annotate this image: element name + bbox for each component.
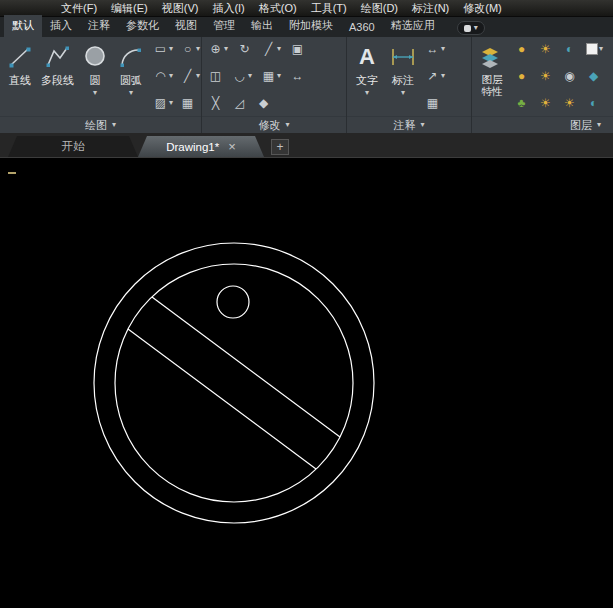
dimension-tool-label: 标注 xyxy=(392,73,414,88)
hatch-tool-button[interactable]: ▨ ▾ xyxy=(153,96,173,110)
rectangle-tool-button[interactable]: ▭ ▾ xyxy=(153,42,173,56)
layer-walk-button[interactable]: ♣ xyxy=(514,96,529,110)
menu-file[interactable]: 文件(F) xyxy=(54,1,104,16)
dimension-icon xyxy=(388,42,418,72)
table-tool-button[interactable]: ▦ xyxy=(425,96,440,110)
draw-panel-label-text: 绘图 xyxy=(85,118,107,133)
layer-freeze-button[interactable]: ☀ xyxy=(538,42,553,56)
menu-format[interactable]: 格式(O) xyxy=(252,1,304,16)
diagonal-bar-lower-edge xyxy=(128,329,316,469)
layer-lock-button[interactable]: ◉ xyxy=(562,69,577,83)
layer-color-button[interactable]: ▾ xyxy=(586,43,603,55)
layer-thaw-button[interactable]: ☀ xyxy=(538,69,553,83)
ribbon-tab-a360[interactable]: A360 xyxy=(341,18,383,37)
explode-tool-button[interactable]: ◆ xyxy=(256,96,271,110)
mirror-tool-button[interactable]: ◫ xyxy=(208,69,223,83)
menu-tools[interactable]: 工具(T) xyxy=(304,1,354,16)
ribbon-tab-home[interactable]: 默认 xyxy=(4,15,42,37)
ribbon-collapse-button[interactable]: ▾ xyxy=(457,21,485,35)
close-icon[interactable]: × xyxy=(228,140,236,153)
menu-modify[interactable]: 修改(M) xyxy=(456,1,509,16)
layer-on-button[interactable]: ● xyxy=(514,42,529,56)
file-tab-start[interactable]: 开始 xyxy=(8,136,138,157)
fillet-tool-button[interactable]: ◡ ▾ xyxy=(232,69,252,83)
layer-merge-button[interactable]: ◐ xyxy=(586,96,601,110)
panel-draw: 直线 多段线 圆 ▾ xyxy=(0,37,202,133)
circle-tool-button[interactable]: 圆 ▾ xyxy=(77,40,113,99)
linear-dimension-button[interactable]: ↔ ▾ xyxy=(425,42,445,56)
leader-tool-button[interactable]: ↗ ▾ xyxy=(425,69,445,83)
ribbon-tab-annotate[interactable]: 注释 xyxy=(80,15,118,37)
arc-variant-tool-button[interactable]: ◠ ▾ xyxy=(153,69,173,83)
copy-tool-button[interactable]: ▣ xyxy=(290,42,305,56)
prohibition-sign-drawing xyxy=(0,158,613,608)
text-tool-label: 文字 xyxy=(356,73,378,88)
chevron-down-icon: ▾ xyxy=(169,45,173,53)
explode-icon: ◆ xyxy=(256,96,271,110)
menu-draw[interactable]: 绘图(D) xyxy=(354,1,405,16)
layer-thaw-all-button[interactable]: ☀ xyxy=(562,96,577,110)
rotate-icon: ↻ xyxy=(237,42,252,56)
stretch-tool-button[interactable]: ↔ xyxy=(290,69,305,83)
gradient-tool-button[interactable]: ▦ xyxy=(180,96,195,110)
ribbon-tab-output[interactable]: 输出 xyxy=(243,15,281,37)
panel-modify: ⊕ ▾ ↻ ╱ ▾ ▣ ◫ xyxy=(202,37,347,133)
ribbon-tab-addins[interactable]: 附加模块 xyxy=(281,15,341,37)
ribbon-tab-view[interactable]: 视图 xyxy=(167,15,205,37)
dimension-tool-button[interactable]: 标注 ▾ xyxy=(385,40,421,99)
arc-tool-button[interactable]: 圆弧 ▾ xyxy=(113,40,149,99)
menu-dimension[interactable]: 标注(N) xyxy=(405,1,456,16)
linear-dimension-icon: ↔ xyxy=(425,42,440,56)
arc-dropdown-icon[interactable]: ▾ xyxy=(129,89,133,97)
menu-insert[interactable]: 插入(I) xyxy=(205,1,251,16)
trim-tool-button[interactable]: ╱ ▾ xyxy=(261,42,281,56)
arc-icon xyxy=(116,42,146,72)
chevron-down-icon: ▾ xyxy=(248,72,252,80)
file-tab-drawing1[interactable]: Drawing1* × xyxy=(138,136,264,157)
ellipse-tool-button[interactable]: ○ ▾ xyxy=(180,42,200,56)
layer-off-button[interactable]: ● xyxy=(514,69,529,83)
ribbon-tab-parametric[interactable]: 参数化 xyxy=(118,15,167,37)
layer-freeze-all-button[interactable]: ☀ xyxy=(538,96,553,110)
layers-panel-label-text: 图层 xyxy=(570,118,592,133)
plant-icon: ♣ xyxy=(514,96,529,110)
rotate-tool-button[interactable]: ↻ xyxy=(237,42,252,56)
scale-tool-button[interactable]: ◿ xyxy=(232,96,247,110)
mirror-icon: ◫ xyxy=(208,69,223,83)
ribbon-tab-insert[interactable]: 插入 xyxy=(42,15,80,37)
layer-match-button[interactable]: ◆ xyxy=(586,69,601,83)
drawing-canvas[interactable] xyxy=(0,158,613,608)
erase-tool-button[interactable]: ╳ xyxy=(208,96,223,110)
inner-circle xyxy=(115,264,353,502)
bulb-icon: ● xyxy=(514,69,529,83)
new-tab-button[interactable]: + xyxy=(271,139,289,155)
chevron-down-icon: ▾ xyxy=(169,72,173,80)
ribbon-tab-manage[interactable]: 管理 xyxy=(205,15,243,37)
array-tool-button[interactable]: ▦ ▾ xyxy=(261,69,281,83)
draw-panel-label[interactable]: 绘图 ▾ xyxy=(0,116,201,133)
rectangle-icon: ▭ xyxy=(153,42,168,56)
chevron-down-icon: ▾ xyxy=(441,72,445,80)
spline-tool-button[interactable]: ╱ ▾ xyxy=(180,69,200,83)
menu-view[interactable]: 视图(V) xyxy=(155,1,206,16)
line-tool-button[interactable]: 直线 xyxy=(2,40,38,90)
circle-dropdown-icon[interactable]: ▾ xyxy=(93,89,97,97)
layer-properties-button[interactable]: 图层 特性 xyxy=(474,40,510,99)
annotate-panel-label[interactable]: 注释 ▾ xyxy=(347,116,471,133)
polyline-tool-button[interactable]: 多段线 xyxy=(38,40,77,90)
layer-tools-grid: ● ☀ ◐ ▾ ● xyxy=(510,40,613,112)
erase-icon: ╳ xyxy=(208,96,223,110)
sun-icon: ☀ xyxy=(538,69,553,83)
modify-panel-label[interactable]: 修改 ▾ xyxy=(202,116,346,133)
menu-edit[interactable]: 编辑(E) xyxy=(104,1,155,16)
dimension-dropdown-icon[interactable]: ▾ xyxy=(401,89,405,97)
layer-isolate-button[interactable]: ◐ xyxy=(562,42,577,56)
fillet-icon: ◡ xyxy=(232,69,247,83)
ribbon-tab-featured-apps[interactable]: 精选应用 xyxy=(383,15,443,37)
layers-panel-label[interactable]: 图层 ▾ xyxy=(472,116,613,133)
file-tab-drawing1-label: Drawing1* xyxy=(166,141,219,153)
text-dropdown-icon[interactable]: ▾ xyxy=(365,89,369,97)
ribbon-body: 直线 多段线 圆 ▾ xyxy=(0,37,613,133)
text-tool-button[interactable]: A 文字 ▾ xyxy=(349,40,385,99)
move-tool-button[interactable]: ⊕ ▾ xyxy=(208,42,228,56)
